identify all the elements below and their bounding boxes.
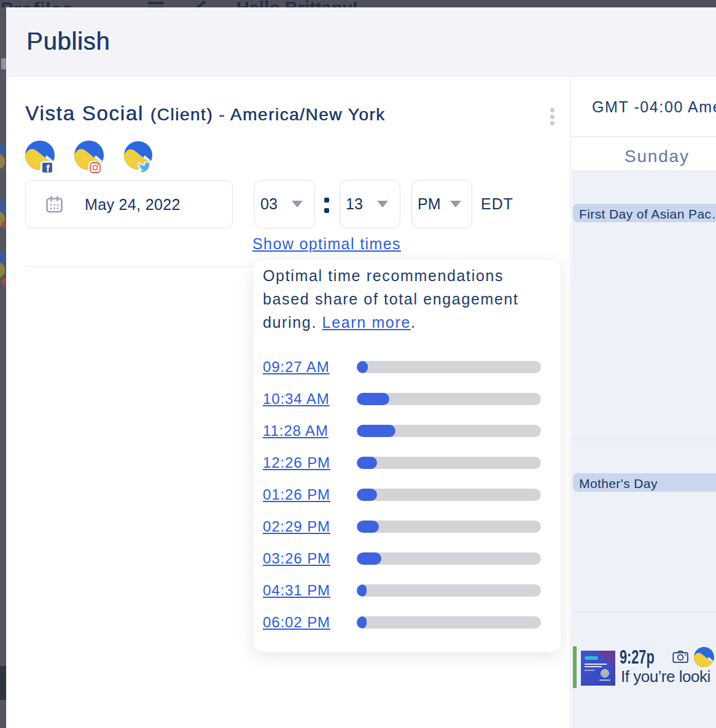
svg-text:f: f (46, 163, 50, 174)
